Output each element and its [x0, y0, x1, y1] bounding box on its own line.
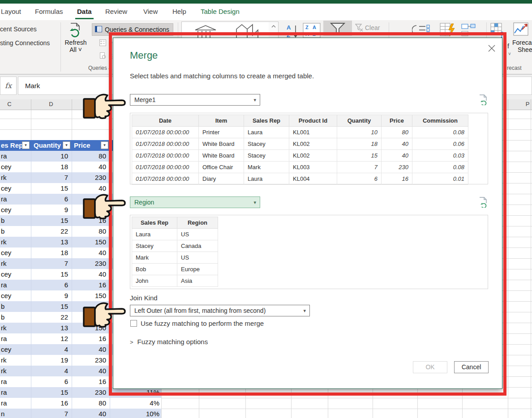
fuzzy-options-expander[interactable]: >Fuzzy matching options	[130, 338, 208, 345]
cell-price[interactable]: 16	[72, 376, 110, 387]
cell-sales-rep[interactable]: rk	[0, 355, 31, 366]
recent-sources-label-fragment[interactable]: cent Sources	[0, 26, 37, 33]
preview-column-commission[interactable]: Commission	[412, 115, 468, 127]
cell-sales-rep[interactable]: b	[0, 301, 31, 312]
preview-cell[interactable]: Stacey	[132, 240, 177, 252]
preview-column-product-id[interactable]: Product Id	[289, 115, 337, 127]
preview-cell[interactable]: 40	[382, 138, 412, 150]
preview-cell[interactable]: 10	[337, 127, 382, 138]
tab-review[interactable]: Review	[105, 8, 127, 15]
cell-price[interactable]: 80	[72, 226, 110, 237]
cell-price[interactable]: 40	[72, 344, 110, 355]
what-if-analysis-icon[interactable]: ?	[490, 23, 506, 38]
cell-sales-rep[interactable]: cey	[0, 162, 31, 172]
cell-commission-pct[interactable]: 10%	[110, 409, 161, 418]
preview-cell[interactable]: 01/07/2018 00:00:00	[132, 138, 199, 150]
preview-cell[interactable]: 01/07/2018 00:00:00	[132, 150, 199, 162]
cell-price[interactable]: 40	[72, 247, 110, 258]
tab-help[interactable]: Help	[172, 8, 186, 15]
preview-cell[interactable]: Stacey	[244, 138, 289, 150]
preview-cell[interactable]: Laura	[244, 127, 289, 138]
preview-column-item[interactable]: Item	[199, 115, 244, 127]
preview-cell[interactable]: 15	[337, 150, 382, 162]
filter-button[interactable]	[323, 21, 352, 36]
table-row[interactable]: n 7 40 10%	[0, 409, 161, 418]
preview-cell[interactable]: Laura	[132, 229, 177, 240]
tab-view[interactable]: View	[143, 8, 158, 15]
ok-button[interactable]: OK	[413, 361, 447, 373]
cell-price[interactable]: 80	[72, 398, 110, 409]
cell-sales-rep[interactable]: ra	[0, 194, 31, 205]
preview-row[interactable]: MarkUS	[132, 252, 218, 264]
preview-cell[interactable]: Bob	[132, 264, 177, 275]
preview-cell[interactable]: 0.01	[412, 173, 468, 185]
column-header-D[interactable]: D	[49, 101, 53, 107]
outline-settings-icon[interactable]	[412, 24, 430, 37]
preview-cell[interactable]: Canada	[177, 240, 218, 252]
preview-cell[interactable]: Office Chair	[199, 162, 244, 173]
cell-sales-rep[interactable]: ra	[0, 151, 31, 162]
tab-formulas[interactable]: Formulas	[35, 8, 63, 15]
join-kind-dropdown[interactable]: Left Outer (all from first, matching fro…	[130, 305, 310, 316]
cell-price[interactable]	[72, 205, 110, 215]
preview-cell[interactable]: White Board	[199, 150, 244, 162]
preview-row[interactable]: JohnAsia	[132, 275, 218, 287]
preview-cell[interactable]: KL002	[289, 138, 337, 150]
cancel-button[interactable]: Cancel	[454, 361, 489, 373]
preview-cell[interactable]: 18	[337, 138, 382, 150]
sort-ascending-icon[interactable]: A Z	[286, 24, 299, 39]
preview-cell[interactable]: KL001	[289, 127, 337, 138]
cell-price[interactable]	[72, 194, 110, 205]
preview-cell[interactable]: Mark	[132, 252, 177, 264]
first-table-dropdown[interactable]: Merge1 ▾	[130, 94, 260, 106]
cell-quantity[interactable]: 4	[31, 344, 72, 355]
fuzzy-matching-checkbox[interactable]	[130, 320, 137, 327]
preview-cell[interactable]: Mark	[244, 162, 289, 173]
preview-cell[interactable]: 16	[382, 173, 412, 185]
cell-commission-pct[interactable]: 4%	[110, 398, 161, 409]
forecast-sheet-button[interactable]: Foreca Sheet	[510, 22, 532, 53]
cell-quantity[interactable]: 10	[31, 151, 72, 162]
refresh-preview-icon[interactable]	[479, 94, 489, 105]
cell-sales-rep[interactable]: rk	[0, 172, 31, 183]
preview-cell[interactable]: 01/07/2018 00:00:00	[132, 127, 199, 138]
cell-sales-rep[interactable]: ra	[0, 280, 31, 290]
preview-cell[interactable]: White Board	[199, 138, 244, 150]
cell-sales-rep[interactable]: ra	[0, 376, 31, 387]
cell-quantity[interactable]: 22	[31, 226, 72, 237]
preview-row[interactable]: 01/07/2018 00:00:00PrinterLauraKL0011080…	[132, 127, 468, 138]
flash-fill-icon[interactable]	[440, 23, 455, 37]
preview-column-sales-rep[interactable]: Sales Rep	[244, 115, 289, 127]
cell-sales-rep[interactable]: cey	[0, 247, 31, 258]
clear-filter-button[interactable]: Clear	[355, 24, 380, 32]
refresh-all-button[interactable]: Refresh All ˅	[62, 22, 90, 53]
cell-sales-rep[interactable]: cey	[0, 269, 31, 280]
cell-sales-rep[interactable]: ra	[0, 333, 31, 344]
preview-cell[interactable]: 7	[337, 162, 382, 173]
preview-cell[interactable]: 0.06	[412, 138, 468, 150]
preview-row[interactable]: 01/07/2018 00:00:00White BoardStaceyKL00…	[132, 138, 468, 150]
fx-icon[interactable]: fx	[0, 77, 17, 95]
cell-quantity[interactable]: 7	[31, 409, 72, 418]
preview-cell[interactable]: Stacey	[244, 150, 289, 162]
cell-price[interactable]: 230	[72, 172, 110, 183]
filter-dropdown-button[interactable]: ▼	[101, 141, 108, 149]
filter-dropdown-button[interactable]: ▼	[63, 141, 70, 149]
cell-price[interactable]: 16	[72, 215, 110, 226]
cell-quantity[interactable]: 6	[31, 280, 72, 290]
preview-row[interactable]: BobEurope	[132, 264, 218, 275]
preview-cell[interactable]: Laura	[244, 173, 289, 185]
cell-price[interactable]: 40	[72, 269, 110, 280]
preview-cell[interactable]: 0.08	[412, 162, 468, 173]
cell-price[interactable]: 150	[72, 237, 110, 247]
cell-quantity[interactable]: 22	[31, 312, 72, 323]
preview-column-quantity[interactable]: Quantity	[337, 115, 382, 127]
cell-sales-rep[interactable]: b	[0, 226, 31, 237]
cell-sales-rep[interactable]: b	[0, 215, 31, 226]
sort-dialog-icon[interactable]: Z A A Z	[303, 23, 321, 38]
preview-cell[interactable]: 01/07/2018 00:00:00	[132, 162, 199, 173]
cell-quantity[interactable]: 15	[31, 215, 72, 226]
preview-cell[interactable]: Printer	[199, 127, 244, 138]
cell-quantity[interactable]: 15	[31, 183, 72, 194]
preview-row[interactable]: LauraUS	[132, 229, 218, 240]
